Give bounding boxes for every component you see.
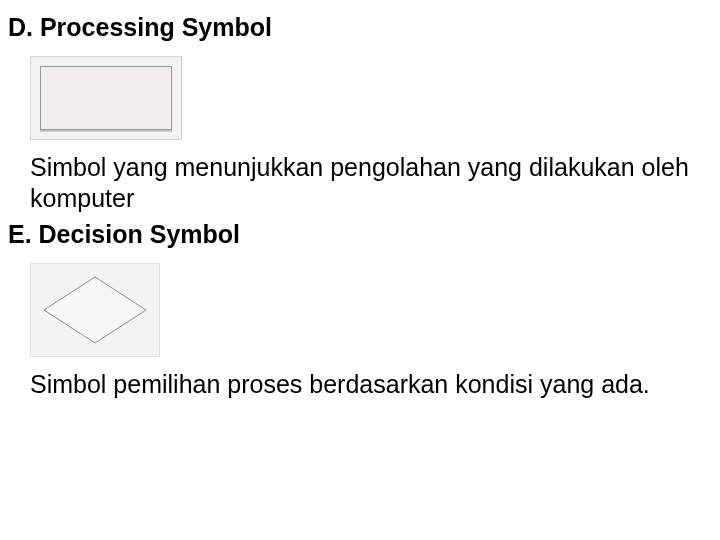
figure-processing-wrap: [8, 56, 712, 140]
svg-marker-0: [44, 277, 146, 343]
decision-diamond-icon: [41, 274, 149, 346]
section-heading-decision: E. Decision Symbol: [8, 219, 712, 249]
figure-decision-wrap: [8, 263, 712, 357]
figure-processing: [30, 56, 182, 140]
section-description-processing: Simbol yang menunjukkan pengolahan yang …: [8, 152, 712, 213]
section-heading-processing: D. Processing Symbol: [8, 12, 712, 42]
section-description-decision: Simbol pemilihan proses berdasarkan kond…: [8, 369, 712, 400]
processing-rectangle-icon: [40, 66, 172, 130]
figure-decision: [30, 263, 160, 357]
document-page: D. Processing Symbol Simbol yang menunju…: [0, 0, 720, 412]
